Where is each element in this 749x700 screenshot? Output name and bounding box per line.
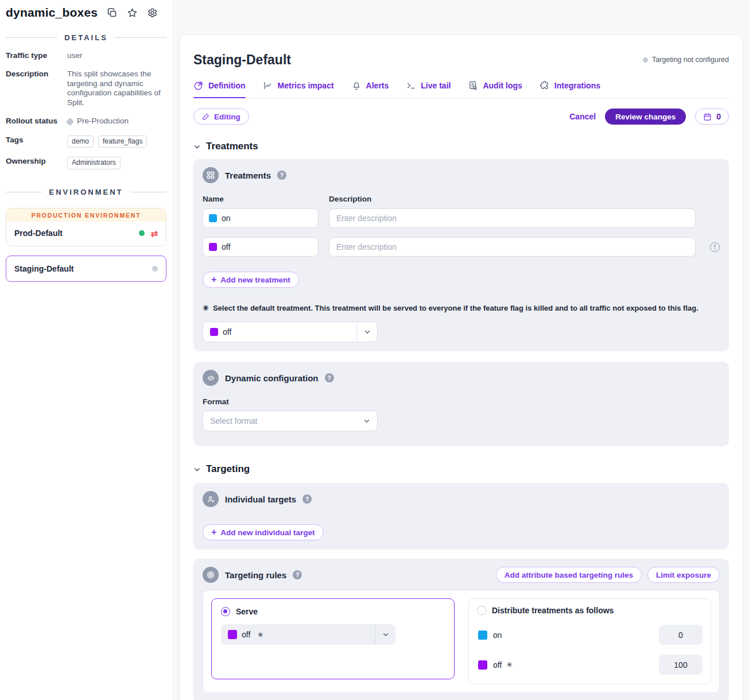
cancel-button[interactable]: Cancel [569, 112, 596, 121]
ownership-chips: Administrators [67, 157, 166, 169]
add-attribute-rules-button[interactable]: Add attribute based targeting rules [496, 567, 642, 583]
chevron-down-icon [363, 417, 370, 424]
tab-metrics-impact[interactable]: Metrics impact [263, 80, 334, 98]
treatment-row: off ! [203, 237, 720, 257]
treatments-card: Treatments ? Name Description on off [193, 159, 729, 351]
tab-integrations[interactable]: Integrations [540, 80, 600, 98]
distribute-radio[interactable] [477, 606, 486, 615]
traffic-type-value: user [67, 51, 166, 60]
edit-toolbar: Editing Cancel Review changes 0 [193, 109, 729, 125]
description-label: Description [6, 69, 67, 107]
default-treatment-value: off [223, 327, 231, 337]
default-treatment-note: ✳ Select the default treatment. This tre… [203, 304, 720, 312]
treatment-description-input[interactable] [329, 237, 696, 257]
help-icon[interactable]: ? [277, 171, 286, 180]
flag-title: dynamic_boxes [6, 6, 98, 20]
star-icon[interactable] [127, 7, 138, 18]
page-title: Staging-Default [193, 52, 291, 68]
dynamic-configuration-title: Dynamic configuration [225, 373, 319, 383]
copy-icon[interactable] [107, 7, 118, 18]
review-changes-button[interactable]: Review changes [605, 109, 686, 125]
status-dot [643, 57, 648, 63]
ownership-chip: Administrators [67, 157, 121, 169]
env-inactive-dot [152, 266, 158, 272]
distribute-percentage-input[interactable] [659, 655, 703, 675]
default-marker-icon: ✳ [203, 304, 209, 312]
editing-button[interactable]: Editing [193, 109, 249, 125]
terminal-icon [406, 80, 416, 91]
treatments-section-toggle[interactable]: Treatments [193, 141, 729, 152]
detail-row-rollout: Rollout status Pre-Production [6, 117, 166, 126]
tab-audit-logs[interactable]: Audit logs [468, 80, 522, 98]
code-icon [203, 370, 219, 386]
serve-panel[interactable]: Serve off ✳ [211, 598, 455, 679]
rollout-label: Rollout status [6, 117, 67, 126]
bell-icon [351, 80, 362, 91]
detail-row-description: Description This split showcases the tar… [6, 69, 166, 107]
treatment-name-field[interactable]: off [203, 237, 319, 257]
person-add-icon [203, 491, 219, 507]
tab-alerts[interactable]: Alerts [351, 80, 389, 98]
limit-exposure-button[interactable]: Limit exposure [647, 567, 720, 583]
distribute-row: on [477, 625, 703, 645]
targeting-section-toggle[interactable]: Targeting [193, 463, 729, 475]
sidebar: DETAILS Traffic type user Description Th… [0, 25, 172, 282]
individual-targets-card: Individual targets ? + Add new individua… [193, 483, 729, 550]
info-icon[interactable]: ! [710, 242, 720, 252]
plus-icon: + [211, 275, 216, 284]
distribute-panel[interactable]: Distribute treatments as follows on off … [468, 598, 711, 684]
dynamic-configuration-card: Dynamic configuration ? Format Select fo… [193, 362, 729, 446]
chart-icon [263, 80, 273, 91]
treatment-color-swatch [478, 660, 487, 670]
help-icon[interactable]: ? [302, 494, 312, 504]
environment-heading: ENVIRONMENT [6, 188, 166, 196]
detail-row-traffic-type: Traffic type user [6, 51, 166, 60]
details-rows: Traffic type user Description This split… [6, 51, 166, 169]
audit-log-icon [468, 80, 478, 91]
rollout-diamond-icon [66, 118, 74, 126]
tab-definition[interactable]: Definition [193, 80, 246, 98]
gear-icon[interactable] [147, 7, 158, 18]
env-staging-name: Staging-Default [14, 264, 73, 273]
format-label: Format [203, 397, 720, 406]
traffic-type-label: Traffic type [6, 51, 67, 60]
main-header: Staging-Default Targeting not configured [193, 52, 729, 68]
serve-label: Serve [236, 607, 258, 616]
treatment-color-swatch [210, 328, 218, 336]
environment-card-prod[interactable]: PRODUCTION ENVIRONMENT Prod-Default ⇄ [6, 208, 166, 246]
target-icon [203, 567, 219, 583]
default-marker-icon: ✳ [257, 631, 263, 639]
treatment-description-input[interactable] [329, 208, 696, 228]
serve-treatment-select[interactable]: off ✳ [221, 624, 395, 645]
treatment-color-swatch [478, 631, 487, 640]
add-new-individual-target-button[interactable]: + Add new individual target [203, 524, 324, 540]
targeting-rules-card: Targeting rules ? Add attribute based ta… [193, 559, 729, 700]
environment-card-staging[interactable]: Staging-Default [6, 256, 166, 282]
add-new-treatment-button[interactable]: + Add new treatment [203, 272, 299, 288]
serve-radio[interactable] [221, 607, 230, 616]
default-treatment-select[interactable]: off [203, 322, 378, 342]
treatment-row: on [203, 208, 720, 228]
distribute-percentage-input[interactable] [659, 625, 703, 645]
help-icon[interactable]: ? [293, 570, 302, 579]
production-banner: PRODUCTION ENVIRONMENT [6, 208, 166, 222]
schedule-button[interactable]: 0 [695, 109, 729, 125]
treatment-name-field[interactable]: on [203, 208, 319, 228]
description-column-label: Description [329, 195, 371, 203]
tab-live-tail[interactable]: Live tail [406, 80, 451, 98]
tag-chip: feature_flags [98, 136, 147, 148]
app-header: dynamic_boxes [0, 0, 172, 25]
chevron-down-icon [382, 631, 389, 638]
puzzle-icon [540, 80, 550, 91]
targeting-rules-title: Targeting rules [225, 570, 286, 580]
swap-arrows-icon[interactable]: ⇄ [150, 229, 158, 238]
calendar-icon [703, 113, 712, 121]
name-column-label: Name [203, 195, 319, 203]
distribute-row: off ✳ [477, 655, 703, 675]
format-select[interactable]: Select format [203, 411, 378, 431]
tag-chip: demo [67, 136, 94, 148]
detail-row-ownership: Ownership Administrators [6, 157, 166, 169]
tags-chips: demo feature_flags [67, 136, 166, 148]
help-icon[interactable]: ? [325, 373, 334, 382]
env-prod-name: Prod-Default [14, 229, 63, 238]
